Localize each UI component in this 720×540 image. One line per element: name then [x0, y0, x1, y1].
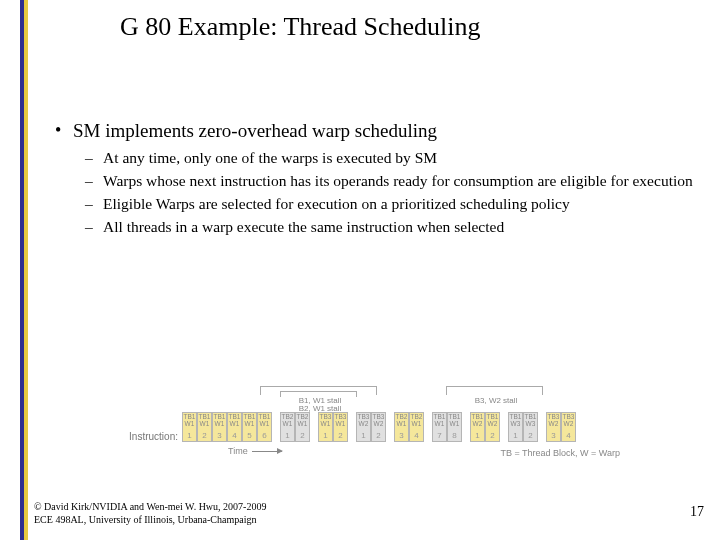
block-label: TB2 W1 — [282, 414, 294, 427]
block-label: TB1 W3 — [525, 414, 537, 427]
block-label: TB1 W1 — [214, 414, 226, 427]
dash-icon: – — [85, 148, 103, 169]
instruction-block: TB1 W15 — [242, 412, 257, 442]
block-label: TB1 W1 — [449, 414, 461, 427]
block-number: 2 — [202, 431, 206, 440]
block-label: TB1 W2 — [472, 414, 484, 427]
block-number: 4 — [414, 431, 418, 440]
instruction-block: TB3 W24 — [561, 412, 576, 442]
block-label: TB1 W1 — [229, 414, 241, 427]
block-gap — [272, 412, 280, 442]
instruction-label: Instruction: — [120, 431, 182, 442]
time-label: Time — [228, 446, 248, 456]
diagram-legend: TB = Thread Block, W = Warp — [500, 448, 620, 458]
block-label: TB3 W1 — [320, 414, 332, 427]
accent-bar-yellow — [24, 0, 28, 540]
instruction-blocks: TB1 W11TB1 W12TB1 W13TB1 W14TB1 W15TB1 W… — [182, 412, 576, 442]
dash-icon: – — [85, 194, 103, 215]
block-number: 2 — [376, 431, 380, 440]
instruction-block: TB3 W22 — [371, 412, 386, 442]
scheduling-diagram: B1, W1 stall B2, W1 stall B3, W2 stall I… — [120, 386, 620, 456]
footer-line: © David Kirk/NVIDIA and Wen-mei W. Hwu, … — [34, 501, 266, 514]
block-label: TB1 W3 — [510, 414, 522, 427]
block-number: 7 — [437, 431, 441, 440]
arrow-right-icon — [252, 451, 282, 452]
sub-bullet: – At any time, only one of the warps is … — [85, 148, 700, 169]
instruction-block: TB1 W14 — [227, 412, 242, 442]
block-gap — [348, 412, 356, 442]
sub-bullet: – Eligible Warps are selected for execut… — [85, 194, 700, 215]
block-number: 3 — [551, 431, 555, 440]
dash-icon: – — [85, 171, 103, 192]
block-label: TB3 W2 — [548, 414, 560, 427]
block-label: TB3 W1 — [335, 414, 347, 427]
block-label: TB1 W1 — [434, 414, 446, 427]
instruction-block: TB2 W13 — [394, 412, 409, 442]
block-number: 1 — [513, 431, 517, 440]
sub-bullet-text: All threads in a warp execute the same i… — [103, 217, 700, 238]
slide-accent-bars — [20, 0, 28, 540]
block-number: 2 — [528, 431, 532, 440]
instruction-block: TB1 W21 — [470, 412, 485, 442]
block-number: 2 — [490, 431, 494, 440]
block-number: 3 — [217, 431, 221, 440]
block-gap — [538, 412, 546, 442]
block-label: TB1 W1 — [184, 414, 196, 427]
instruction-block: TB3 W11 — [318, 412, 333, 442]
stall-label: B2, W1 stall — [260, 405, 380, 413]
instruction-block: TB1 W22 — [485, 412, 500, 442]
block-number: 2 — [300, 431, 304, 440]
instruction-block: TB1 W32 — [523, 412, 538, 442]
instruction-block: TB2 W12 — [295, 412, 310, 442]
block-gap — [424, 412, 432, 442]
block-label: TB1 W1 — [199, 414, 211, 427]
block-label: TB1 W1 — [259, 414, 271, 427]
bullet-main-text: SM implements zero-overhead warp schedul… — [73, 120, 437, 142]
block-number: 2 — [338, 431, 342, 440]
bullet-dot-icon: • — [55, 120, 73, 141]
stall-label: B3, W2 stall — [446, 397, 546, 405]
sub-bullet-text: At any time, only one of the warps is ex… — [103, 148, 700, 169]
stall-group-left: B1, W1 stall B2, W1 stall — [260, 386, 380, 413]
block-label: TB2 W1 — [396, 414, 408, 427]
slide-title: G 80 Example: Thread Scheduling — [120, 12, 481, 42]
block-label: TB3 W2 — [358, 414, 370, 427]
instruction-block: TB1 W12 — [197, 412, 212, 442]
block-label: TB3 W2 — [373, 414, 385, 427]
block-label: TB3 W2 — [563, 414, 575, 427]
stall-labels: B1, W1 stall B2, W1 stall B3, W2 stall — [178, 386, 620, 412]
page-number: 17 — [690, 504, 704, 520]
block-label: TB2 W1 — [297, 414, 309, 427]
block-number: 1 — [323, 431, 327, 440]
block-number: 1 — [285, 431, 289, 440]
block-number: 1 — [475, 431, 479, 440]
sub-bullet-text: Warps whose next instruction has its ope… — [103, 171, 700, 192]
dash-icon: – — [85, 217, 103, 238]
block-number: 1 — [187, 431, 191, 440]
bullet-main: • SM implements zero-overhead warp sched… — [55, 120, 700, 142]
instruction-block: TB1 W13 — [212, 412, 227, 442]
instruction-block: TB2 W11 — [280, 412, 295, 442]
instruction-block: TB3 W23 — [546, 412, 561, 442]
stall-brackets — [260, 386, 380, 396]
footer-line: ECE 498AL, University of Illinois, Urban… — [34, 514, 266, 527]
block-label: TB1 W2 — [487, 414, 499, 427]
slide-content: • SM implements zero-overhead warp sched… — [55, 120, 700, 240]
block-number: 3 — [399, 431, 403, 440]
block-gap — [386, 412, 394, 442]
block-number: 4 — [232, 431, 236, 440]
instruction-block: TB1 W18 — [447, 412, 462, 442]
block-number: 6 — [262, 431, 266, 440]
block-number: 5 — [247, 431, 251, 440]
sub-bullet: – Warps whose next instruction has its o… — [85, 171, 700, 192]
instruction-block: TB1 W16 — [257, 412, 272, 442]
block-gap — [500, 412, 508, 442]
sub-bullet: – All threads in a warp execute the same… — [85, 217, 700, 238]
block-number: 1 — [361, 431, 365, 440]
sub-bullet-list: – At any time, only one of the warps is … — [85, 148, 700, 238]
instruction-block: TB1 W31 — [508, 412, 523, 442]
instruction-row: Instruction: TB1 W11TB1 W12TB1 W13TB1 W1… — [120, 412, 620, 442]
block-number: 4 — [566, 431, 570, 440]
instruction-block: TB3 W12 — [333, 412, 348, 442]
stall-group-right: B3, W2 stall — [446, 386, 546, 405]
